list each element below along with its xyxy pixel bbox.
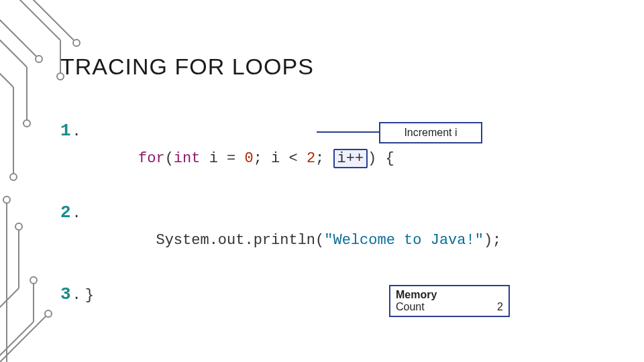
svg-point-20 bbox=[30, 277, 37, 284]
line-dot: . bbox=[72, 119, 81, 145]
highlighted-increment: i++ bbox=[333, 149, 368, 168]
line-number: 2 bbox=[60, 199, 71, 226]
svg-point-17 bbox=[15, 223, 22, 230]
string-literal: "Welcome to Java!" bbox=[324, 232, 484, 249]
svg-line-19 bbox=[0, 322, 34, 362]
code-line-2: 2 . System.out.println("Welcome to Java!… bbox=[60, 199, 501, 281]
code-block: 1 . for(int i = 0; i < 2; i++) { 2 . Sys… bbox=[60, 117, 501, 309]
memory-var: Count bbox=[396, 301, 425, 313]
svg-line-10 bbox=[0, 60, 13, 87]
line-dot: . bbox=[72, 200, 81, 227]
svg-point-9 bbox=[23, 120, 30, 127]
memory-box: Memory Count 2 bbox=[389, 285, 510, 317]
svg-point-22 bbox=[45, 310, 52, 317]
keyword-for: for bbox=[138, 150, 165, 167]
line-number: 1 bbox=[60, 117, 71, 144]
page-title: TRACING FOR LOOPS bbox=[60, 54, 314, 80]
svg-point-6 bbox=[36, 56, 42, 62]
svg-line-5 bbox=[0, 7, 37, 57]
svg-point-1 bbox=[73, 40, 80, 46]
memory-val: 2 bbox=[497, 301, 503, 313]
memory-header: Memory bbox=[396, 289, 503, 301]
memory-row: Count 2 bbox=[396, 301, 503, 313]
line-dot: . bbox=[72, 282, 81, 309]
callout-connector bbox=[317, 131, 379, 133]
line-number: 3 bbox=[60, 281, 71, 308]
svg-point-12 bbox=[10, 174, 17, 180]
keyword-int: int bbox=[174, 150, 201, 167]
callout-box: Increment i bbox=[379, 122, 482, 143]
svg-line-16 bbox=[0, 288, 19, 334]
svg-point-14 bbox=[3, 196, 10, 203]
svg-line-0 bbox=[20, 0, 74, 40]
